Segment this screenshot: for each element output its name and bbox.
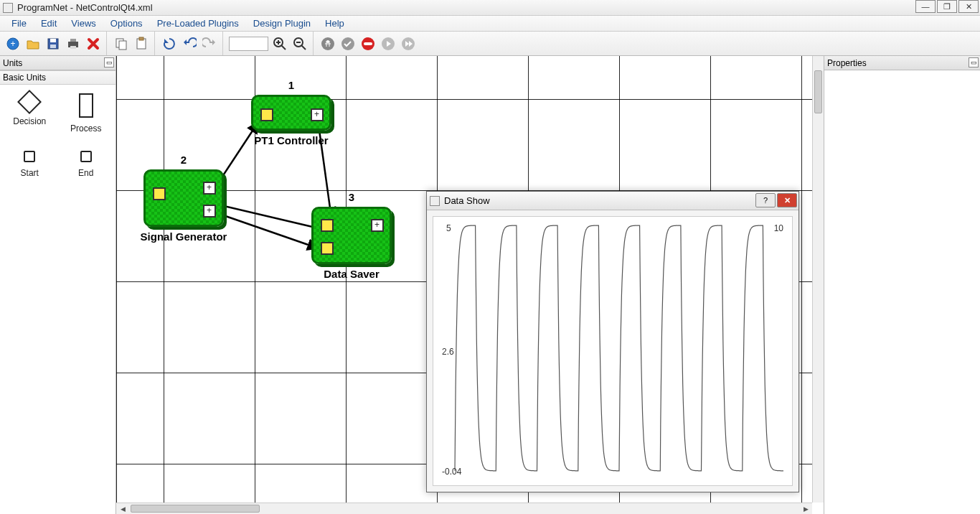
menu-views[interactable]: Views bbox=[64, 16, 103, 31]
maximize-button[interactable]: ❐ bbox=[937, 0, 957, 13]
undo-icon[interactable] bbox=[181, 35, 198, 52]
chart-svg: 5 2.6 -0.04 10 bbox=[433, 217, 792, 485]
window-icon bbox=[430, 196, 440, 206]
data-show-titlebar[interactable]: Data Show ? ✕ bbox=[427, 192, 798, 210]
svg-rect-3 bbox=[50, 39, 56, 42]
copy-icon[interactable] bbox=[113, 35, 130, 52]
svg-rect-4 bbox=[50, 45, 56, 48]
node-signal-generator[interactable]: 2 Signal Generator bbox=[143, 169, 224, 227]
menu-help[interactable]: Help bbox=[318, 16, 352, 31]
window-title: ProgramNet - NetControlQt4.xml bbox=[17, 2, 977, 13]
svg-rect-11 bbox=[139, 37, 143, 40]
play-icon[interactable] bbox=[380, 35, 397, 52]
port-in[interactable] bbox=[260, 108, 273, 121]
units-panel-header: Units ▭ bbox=[0, 56, 116, 70]
stop-icon[interactable] bbox=[359, 35, 377, 52]
minimize-button[interactable]: — bbox=[915, 0, 936, 13]
app-icon bbox=[3, 3, 13, 13]
y-tick-mid: 2.6 bbox=[442, 347, 454, 357]
node-data-saver[interactable]: 3 Data Saver bbox=[311, 207, 392, 264]
port-out[interactable] bbox=[311, 108, 324, 121]
pin-icon[interactable]: ▭ bbox=[104, 57, 114, 67]
data-show-window[interactable]: Data Show ? ✕ 5 2.6 -0.04 10 bbox=[426, 191, 799, 492]
check-icon[interactable] bbox=[339, 35, 357, 52]
grid-line bbox=[116, 56, 117, 503]
horizontal-scrollbar[interactable]: ◀ ▶ bbox=[116, 503, 812, 514]
menu-design-plugin[interactable]: Design Plugin bbox=[246, 16, 318, 31]
port-in[interactable] bbox=[321, 242, 334, 255]
unit-start[interactable]: Start bbox=[3, 151, 57, 178]
y-tick-low: -0.04 bbox=[442, 467, 462, 477]
toolbar: + bbox=[0, 32, 980, 56]
search-input[interactable] bbox=[229, 37, 268, 51]
units-panel: Units ▭ Basic Units Decision Process Sta… bbox=[0, 56, 116, 514]
paste-icon[interactable] bbox=[133, 35, 150, 52]
properties-panel: Properties ▭ bbox=[824, 56, 980, 514]
new-icon[interactable]: + bbox=[4, 35, 22, 52]
close-button[interactable]: ✕ bbox=[958, 0, 979, 13]
unit-end-label: End bbox=[78, 168, 93, 178]
delete-icon[interactable] bbox=[85, 35, 102, 52]
port-out[interactable] bbox=[203, 182, 216, 195]
help-button[interactable]: ? bbox=[755, 193, 776, 207]
properties-panel-header: Properties ▭ bbox=[824, 56, 980, 70]
svg-line-17 bbox=[301, 45, 306, 50]
unit-decision[interactable]: Decision bbox=[3, 93, 57, 134]
svg-rect-6 bbox=[70, 39, 76, 42]
units-panel-title: Units bbox=[3, 58, 22, 68]
unit-start-label: Start bbox=[21, 168, 39, 178]
menu-file[interactable]: File bbox=[4, 16, 34, 31]
canvas-area[interactable]: 1 PT1 Controller 2 Signal Generator bbox=[116, 56, 824, 514]
basic-units-label: Basic Units bbox=[3, 73, 46, 83]
menu-preloaded-plugins[interactable]: Pre-Loaded Plugins bbox=[150, 16, 246, 31]
scroll-right-icon[interactable]: ▶ bbox=[801, 504, 811, 514]
pin-icon[interactable]: ▭ bbox=[969, 57, 979, 67]
square-icon bbox=[80, 151, 92, 162]
refresh-icon[interactable] bbox=[161, 35, 178, 52]
scroll-left-icon[interactable]: ◀ bbox=[118, 504, 128, 514]
rect-icon bbox=[79, 93, 93, 118]
diamond-icon bbox=[17, 90, 42, 114]
port-out[interactable] bbox=[371, 219, 384, 232]
scrollbar-thumb[interactable] bbox=[131, 505, 260, 513]
unit-process[interactable]: Process bbox=[60, 93, 113, 134]
port-out[interactable] bbox=[203, 205, 216, 218]
y-tick-high: 5 bbox=[446, 223, 451, 233]
redo-icon[interactable] bbox=[201, 35, 218, 52]
grid-line bbox=[116, 99, 812, 100]
port-in[interactable] bbox=[153, 187, 166, 200]
open-icon[interactable] bbox=[24, 35, 42, 52]
play-forward-icon[interactable] bbox=[400, 35, 417, 52]
port-in[interactable] bbox=[321, 219, 334, 232]
window-titlebar: ProgramNet - NetControlQt4.xml — ❐ ✕ bbox=[0, 0, 980, 16]
unit-end[interactable]: End bbox=[60, 151, 113, 178]
menu-edit[interactable]: Edit bbox=[34, 16, 64, 31]
menu-options[interactable]: Options bbox=[103, 16, 150, 31]
svg-rect-7 bbox=[70, 46, 76, 49]
svg-line-27 bbox=[215, 212, 319, 248]
zoom-in-icon[interactable] bbox=[271, 35, 288, 52]
close-button[interactable]: ✕ bbox=[777, 193, 797, 207]
unit-process-label: Process bbox=[70, 123, 101, 134]
save-icon[interactable] bbox=[44, 35, 62, 52]
grid-line bbox=[164, 56, 164, 503]
svg-point-20 bbox=[326, 40, 329, 43]
vertical-scrollbar[interactable] bbox=[812, 56, 824, 503]
data-show-title: Data Show bbox=[444, 195, 796, 206]
node-number: 3 bbox=[349, 191, 354, 203]
scrollbar-thumb[interactable] bbox=[814, 70, 822, 113]
zoom-out-icon[interactable] bbox=[291, 35, 308, 52]
print-icon[interactable] bbox=[65, 35, 82, 52]
square-icon bbox=[24, 151, 35, 162]
svg-line-13 bbox=[281, 45, 286, 50]
run-icon[interactable] bbox=[319, 35, 336, 52]
basic-units-section[interactable]: Basic Units bbox=[0, 70, 116, 85]
chart-area: 5 2.6 -0.04 10 bbox=[433, 216, 793, 486]
menubar: File Edit Views Options Pre-Loaded Plugi… bbox=[0, 16, 980, 32]
x-tick-right: 10 bbox=[774, 223, 784, 233]
properties-panel-title: Properties bbox=[827, 58, 867, 68]
node-label: Signal Generator bbox=[141, 230, 227, 243]
node-pt1-controller[interactable]: 1 PT1 Controller bbox=[251, 95, 331, 131]
grid-line bbox=[801, 56, 802, 503]
svg-text:+: + bbox=[10, 39, 15, 49]
